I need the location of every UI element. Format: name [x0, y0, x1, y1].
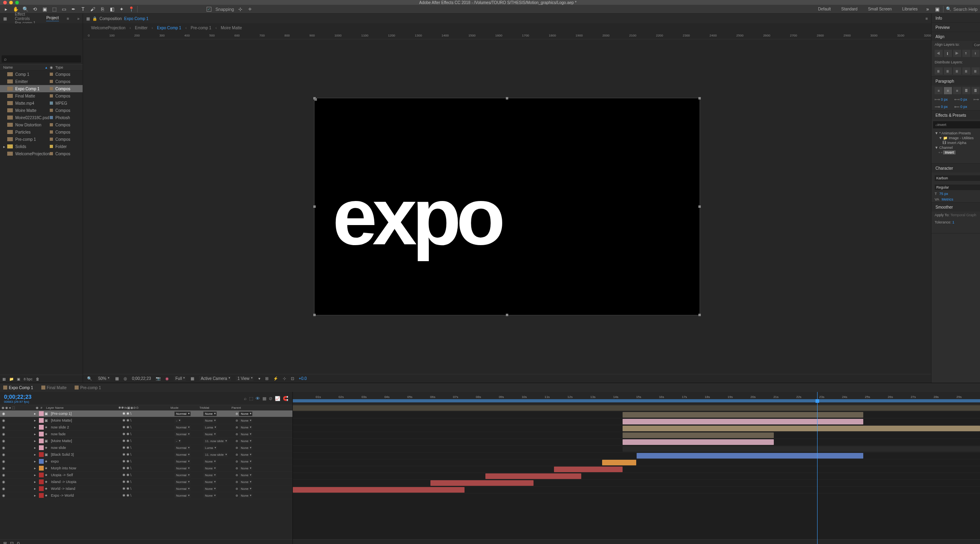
track-row[interactable]: [293, 480, 980, 487]
tl-toggle-icon[interactable]: ⊞: [3, 541, 7, 544]
interpret-icon[interactable]: ▦: [2, 377, 6, 381]
handle-ml[interactable]: [313, 205, 316, 208]
search-help[interactable]: Search Help: [953, 7, 978, 12]
handle-tc[interactable]: [506, 97, 508, 99]
playhead[interactable]: [817, 392, 818, 544]
video-toggle[interactable]: ◉: [2, 453, 6, 457]
parent-dropdown[interactable]: None: [239, 459, 252, 464]
lock-toggle[interactable]: [16, 493, 20, 497]
project-item[interactable]: Moire MatteCompos: [0, 107, 83, 114]
para-justify-2[interactable]: ≣: [972, 87, 980, 94]
trkmat-dropdown[interactable]: None: [203, 459, 217, 464]
panel-info[interactable]: Info: [935, 16, 942, 20]
handle-br[interactable]: [698, 314, 701, 316]
handle-bc[interactable]: [506, 314, 508, 316]
parent-dropdown[interactable]: None: [239, 432, 252, 436]
layer-color[interactable]: [39, 493, 44, 498]
video-toggle[interactable]: ◉: [2, 480, 6, 484]
project-item[interactable]: EmitterCompos: [0, 78, 83, 85]
expand-icon[interactable]: ▸: [34, 425, 38, 429]
dist-4[interactable]: ⫼: [962, 67, 970, 75]
solo-toggle[interactable]: [11, 487, 15, 491]
lock-toggle[interactable]: [16, 466, 20, 470]
para-align-center[interactable]: ≡: [944, 87, 952, 94]
timeline-clip[interactable]: [623, 439, 774, 445]
label-color[interactable]: [50, 109, 53, 112]
video-toggle[interactable]: ◉: [2, 446, 6, 450]
workspace-standard[interactable]: Standard: [837, 6, 862, 12]
expand-icon[interactable]: ▸: [34, 412, 38, 416]
solo-toggle[interactable]: [11, 493, 15, 497]
label-color[interactable]: [50, 101, 53, 105]
panel-align[interactable]: Align: [935, 35, 944, 39]
blend-mode-dropdown[interactable]: Normal: [174, 466, 191, 471]
flow-crumb[interactable]: Expo Comp 1: [157, 26, 181, 30]
work-area[interactable]: [293, 399, 980, 402]
dist-2[interactable]: ⫼: [944, 67, 952, 75]
dist-3[interactable]: ⫼: [953, 67, 961, 75]
handle-tl[interactable]: [313, 97, 316, 99]
audio-toggle[interactable]: [6, 459, 10, 463]
project-search[interactable]: ⌕: [2, 55, 81, 63]
puppet-tool[interactable]: 📍: [128, 6, 135, 13]
flowchart-icon[interactable]: ⊡: [291, 376, 294, 381]
pen-tool[interactable]: ✒: [70, 6, 77, 13]
video-toggle[interactable]: ◉: [2, 473, 6, 477]
parent-dropdown[interactable]: None: [239, 487, 252, 491]
panel-preview[interactable]: Preview: [935, 25, 950, 30]
magnify-icon[interactable]: 🔍: [87, 376, 92, 381]
tl-render-icon[interactable]: ⊡: [10, 541, 14, 544]
align-to-dropdown[interactable]: Composition: [972, 43, 980, 47]
ep-tree-leaf[interactable]: 🎞 Invert Alpha: [935, 140, 980, 145]
col-layer-name[interactable]: Layer Name: [45, 406, 117, 410]
panel-overflow-icon[interactable]: »: [77, 16, 79, 21]
layer-color[interactable]: [39, 445, 44, 450]
lock-toggle[interactable]: [16, 487, 20, 491]
project-item[interactable]: WelcomeProjectionCompos: [0, 150, 83, 157]
track-row[interactable]: [293, 459, 980, 466]
expand-icon[interactable]: ▸: [34, 459, 38, 463]
layer-name[interactable]: Expo -> World: [50, 493, 122, 497]
handle-mr[interactable]: [698, 205, 701, 208]
video-toggle[interactable]: ◉: [2, 493, 6, 497]
layer-name[interactable]: Morph into Now: [50, 466, 122, 470]
roto-tool[interactable]: ✦: [118, 6, 125, 13]
expand-icon[interactable]: ▸: [34, 480, 38, 484]
snapshot-icon[interactable]: 📷: [156, 376, 160, 381]
audio-toggle[interactable]: [6, 412, 10, 416]
dist-5[interactable]: ⫼: [972, 67, 980, 75]
views-dropdown[interactable]: 1 View: [236, 376, 254, 381]
layer-color[interactable]: [39, 411, 44, 416]
project-list[interactable]: Comp 1ComposEmitterComposExpo Comp 1Comp…: [0, 71, 83, 375]
bpc-label[interactable]: 8 bpc: [24, 377, 32, 381]
timeline-layer[interactable]: ◉▸▣[Moire Matte]✱✱\ -None⊚ None: [0, 417, 292, 424]
timeline-clip[interactable]: [623, 432, 774, 438]
tl-graph-icon[interactable]: 📈: [275, 396, 280, 401]
track-row[interactable]: [293, 466, 980, 473]
video-toggle[interactable]: ◉: [2, 439, 6, 443]
layer-name[interactable]: [Black Solid 3]: [50, 453, 122, 457]
align-right-icon[interactable]: ⫸: [953, 50, 961, 57]
clone-tool[interactable]: ⎘: [99, 6, 106, 13]
workspace-libraries[interactable]: Libraries: [898, 6, 921, 12]
layer-color[interactable]: [39, 479, 44, 484]
expand-icon[interactable]: ▸: [34, 418, 38, 422]
lock-toggle[interactable]: [16, 418, 20, 422]
ep-search-value[interactable]: invert: [937, 123, 946, 127]
layer-color[interactable]: [39, 486, 44, 491]
solo-toggle[interactable]: [11, 466, 15, 470]
align-top-icon[interactable]: ⫯: [962, 50, 970, 57]
layer-name[interactable]: now slide: [50, 446, 122, 450]
blend-mode-dropdown[interactable]: Normal: [174, 459, 191, 464]
col-mode[interactable]: Mode: [169, 406, 198, 410]
audio-toggle[interactable]: [6, 480, 10, 484]
lock-toggle[interactable]: [16, 425, 20, 429]
timeline-clip[interactable]: [637, 453, 863, 459]
trkmat-dropdown[interactable]: 11. now slide: [203, 439, 228, 443]
snap-opt-2[interactable]: ✧: [246, 6, 254, 13]
layer-color[interactable]: [39, 418, 44, 423]
dist-1[interactable]: ⫼: [935, 67, 943, 75]
timeline-clip[interactable]: [293, 487, 465, 493]
handle-bl[interactable]: [313, 314, 316, 316]
layer-color[interactable]: [39, 473, 44, 477]
